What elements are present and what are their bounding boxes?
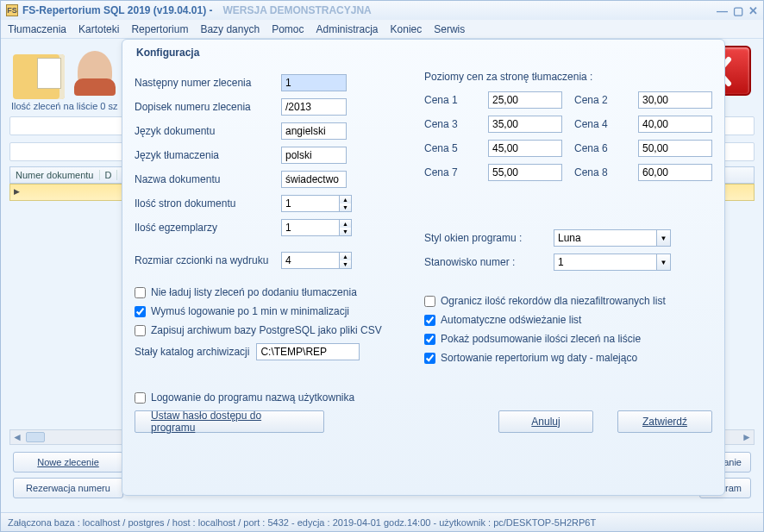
dialog-title: Konfiguracja [136, 47, 712, 59]
nastepny-numer-input[interactable] [281, 74, 347, 91]
scroll-right-icon[interactable]: ► [740, 431, 754, 443]
katalog-archiwizacji-input[interactable] [256, 343, 360, 360]
chk-ogranicz[interactable]: Ogranicz ilość rekordów dla niezafiltrow… [424, 295, 712, 307]
zatwierdz-button[interactable]: Zatwierdź [617, 410, 712, 433]
col-d[interactable]: D [100, 170, 118, 180]
chk-auto-odswiezanie[interactable]: Automatyczne odświeżanie list [424, 314, 712, 326]
cena8-input[interactable] [638, 164, 712, 181]
rezerwacja-numeru-button[interactable]: Rezerwacja numeru [13, 478, 123, 498]
nazwa-dokumentu-input[interactable] [281, 171, 347, 188]
anuluj-button[interactable]: Anuluj [498, 410, 593, 433]
lbl-cena2: Cena 2 [574, 94, 626, 106]
lbl-stanowisko: Stanowisko numer : [424, 256, 547, 268]
menu-koniec[interactable]: Koniec [391, 23, 423, 35]
titlebar: FS FS-Repertorium SQL 2019 (v19.04.01) -… [1, 1, 763, 20]
lbl-cena3: Cena 3 [424, 118, 476, 130]
app-window: FS FS-Repertorium SQL 2019 (v19.04.01) -… [0, 0, 764, 532]
app-icon: FS [6, 4, 18, 16]
chk-pokaz-podsumowanie[interactable]: Pokaż podsumowanie ilości zleceń na liśc… [424, 333, 712, 345]
left-column: Następny numer zlecenia Dopisek numeru z… [135, 67, 407, 371]
col-numer-dokumentu[interactable]: Numer dokumentu [10, 170, 100, 180]
menu-administracja[interactable]: Administracja [316, 23, 379, 35]
cena6-input[interactable] [638, 140, 712, 157]
lbl-cena5: Cena 5 [424, 142, 476, 154]
chk-zapisuj-csv[interactable]: Zapisuj archiwum bazy PostgreSQL jako pl… [135, 324, 407, 336]
minimize-icon[interactable]: — [717, 4, 728, 17]
lbl-dopisek: Dopisek numeru zlecenia [135, 101, 281, 113]
lbl-jezyk-dok: Język dokumentu [135, 125, 281, 137]
lbl-jezyk-tlum: Język tłumaczenia [135, 149, 281, 161]
styl-okien-select[interactable] [554, 229, 657, 247]
lbl-styl-okien: Styl okien programu : [424, 232, 547, 244]
cena4-input[interactable] [638, 116, 712, 133]
menu-tlumaczenia[interactable]: Tłumaczenia [8, 23, 66, 35]
spin-up-icon[interactable]: ▲ [340, 220, 351, 228]
spin-down-icon[interactable]: ▼ [340, 260, 351, 268]
scroll-left-icon[interactable]: ◄ [10, 431, 24, 443]
chk-sortowanie[interactable]: Sortowanie repertorium wg daty - malejąc… [424, 352, 712, 364]
cena7-input[interactable] [488, 164, 562, 181]
rozmiar-czcionki-input[interactable] [281, 252, 340, 269]
lbl-nastepny: Następny numer zlecenia [135, 77, 281, 89]
close-icon[interactable]: ✕ [748, 4, 758, 17]
menu-pomoc[interactable]: Pomoc [272, 23, 304, 35]
dopisek-input[interactable] [281, 98, 347, 116]
jezyk-tlumaczenia-input[interactable] [281, 147, 347, 164]
lbl-cena7: Cena 7 [424, 166, 476, 178]
folder-icon[interactable] [13, 54, 65, 99]
ilosc-egzemplarzy-input[interactable] [281, 219, 340, 236]
list-count-label: Ilość zleceń na liście 0 sz [11, 101, 118, 111]
lbl-ilosc-egz: Ilość egzemplarzy [135, 222, 281, 234]
spin-up-icon[interactable]: ▲ [340, 196, 351, 203]
chk-wymus-logowanie[interactable]: Wymuś logowanie po 1 min w minimalizacji [135, 305, 407, 317]
cena1-input[interactable] [488, 91, 562, 109]
ustaw-haslo-button[interactable]: Ustaw hasło dostępu do programu [135, 410, 324, 433]
stanowisko-select[interactable] [554, 253, 657, 271]
menu-repertorium[interactable]: Repertorium [131, 23, 188, 35]
jezyk-dokumentu-input[interactable] [281, 122, 347, 140]
status-text: Załączona baza : localhost / postgres / … [8, 517, 596, 528]
window-demo-label: WERSJA DEMONSTRACYJNA [223, 4, 372, 16]
lbl-nazwa-dok: Nazwa dokumentu [135, 173, 281, 185]
scroll-thumb[interactable] [26, 432, 45, 442]
lbl-poziomy-cen: Poziomy cen za stronę tłumaczenia : [424, 71, 712, 83]
chk-nie-laduj[interactable]: Nie ładuj listy zleceń po dodaniu tłumac… [135, 286, 407, 298]
spin-down-icon[interactable]: ▼ [340, 228, 351, 235]
lbl-ilosc-stron: Ilość stron dokumentu [135, 197, 281, 210]
ilosc-stron-input[interactable] [281, 195, 340, 212]
lbl-rozmiar-czcionki: Rozmiar czcionki na wydruku [135, 254, 281, 266]
chevron-down-icon[interactable]: ▼ [657, 229, 671, 247]
cena3-input[interactable] [488, 116, 562, 133]
statusbar: Załączona baza : localhost / postgres / … [1, 512, 763, 531]
lbl-staly-katalog: Stały katalog archiwizacji [135, 346, 249, 358]
menubar: Tłumaczenia Kartoteki Repertorium Bazy d… [1, 20, 763, 39]
lbl-cena6: Cena 6 [574, 142, 626, 154]
menu-serwis[interactable]: Serwis [434, 23, 465, 35]
nowe-zlecenie-button[interactable]: Nowe zlecenie [13, 452, 123, 473]
chevron-down-icon[interactable]: ▼ [657, 253, 671, 271]
menu-kartoteki[interactable]: Kartoteki [78, 23, 119, 35]
spin-up-icon[interactable]: ▲ [340, 253, 351, 260]
spin-down-icon[interactable]: ▼ [340, 203, 351, 211]
chk-logowanie-nazwa[interactable]: Logowanie do programu nazwą użytkownika [135, 391, 712, 404]
cena2-input[interactable] [638, 91, 712, 109]
lbl-cena8: Cena 8 [574, 166, 626, 178]
menu-bazy-danych[interactable]: Bazy danych [200, 23, 260, 35]
konfiguracja-dialog: Konfiguracja Następny numer zlecenia Dop… [122, 39, 725, 496]
maximize-icon[interactable]: ▢ [733, 4, 743, 17]
cena5-input[interactable] [488, 140, 562, 157]
window-title: FS-Repertorium SQL 2019 (v19.04.01) - [22, 4, 213, 16]
user-icon[interactable] [78, 51, 112, 92]
lbl-cena4: Cena 4 [574, 118, 626, 130]
right-column: Poziomy cen za stronę tłumaczenia : Cena… [424, 67, 712, 371]
lbl-cena1: Cena 1 [424, 94, 476, 106]
